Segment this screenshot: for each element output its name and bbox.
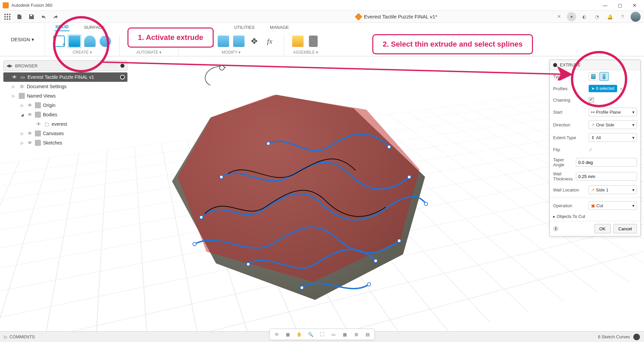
create-group-label[interactable]: CREATE ▾ (72, 50, 92, 56)
help-icon[interactable]: ? (618, 12, 627, 21)
expand-icon[interactable]: ◢ (5, 75, 10, 79)
tree-item-origin[interactable]: ▷ 👁 Origin (3, 101, 127, 110)
save-icon[interactable] (28, 13, 36, 21)
close-button[interactable]: ✕ (628, 1, 641, 10)
undo-icon[interactable] (40, 13, 48, 21)
document-tab[interactable]: Everest Tactile Puzzle FINAL v1* (356, 14, 437, 19)
taper-angle-input[interactable] (576, 158, 637, 167)
tree-item-bodies[interactable]: ◢ 👁 Bodies (3, 110, 127, 119)
apps-grid-icon[interactable] (3, 13, 11, 21)
file-menu-icon[interactable] (15, 13, 23, 21)
extent-type-dropdown[interactable]: ⇕All▾ (589, 133, 637, 142)
visibility-icon[interactable]: 👁 (28, 131, 33, 136)
sweep-button[interactable] (98, 34, 112, 48)
new-tab-button[interactable]: + (567, 12, 576, 21)
start-dropdown[interactable]: ↦Profile Plane▾ (589, 108, 637, 116)
extrude-button[interactable] (67, 34, 82, 48)
redo-icon[interactable] (52, 13, 60, 21)
sketch-splines[interactable] (161, 76, 436, 304)
job-status-icon[interactable]: ◔ (592, 12, 602, 21)
objects-to-cut-section[interactable]: ▸ Objects To Cut (550, 212, 640, 221)
joint-button[interactable] (306, 34, 320, 48)
visibility-icon[interactable]: 👁 (28, 140, 33, 146)
look-at-icon[interactable]: ▦ (284, 331, 291, 338)
browser-header[interactable]: ◀▶ BROWSER (3, 60, 127, 71)
tree-item-everest-body[interactable]: ▷ 👁 ▢ everest (3, 119, 127, 129)
minimize-button[interactable]: — (598, 1, 612, 10)
tab-solid[interactable]: SOLID (55, 23, 69, 31)
cancel-button[interactable]: Cancel (613, 224, 637, 233)
tab-surface[interactable]: SURFACE (84, 23, 105, 31)
ok-button[interactable]: OK (594, 224, 611, 233)
wall-location-dropdown[interactable]: ↗Side 1▾ (589, 185, 637, 194)
tab-utilities[interactable]: UTILITIES (233, 23, 255, 31)
expand-icon[interactable]: ▷ (21, 141, 25, 145)
extensions-icon[interactable]: ◐ (580, 12, 589, 21)
combine-button[interactable] (232, 34, 246, 48)
tree-item-document-settings[interactable]: ▷ ⚙ Document Settings (3, 82, 127, 91)
orbit-indicator[interactable] (203, 63, 234, 90)
new-component-button[interactable] (291, 34, 305, 48)
parameters-button[interactable]: fx (263, 34, 277, 48)
visibility-icon[interactable]: 👁 (28, 103, 33, 108)
expand-icon[interactable]: ◢ (21, 113, 25, 117)
type-solid-button[interactable] (589, 72, 598, 81)
profiles-selection-chip[interactable]: ➤ 6 selected (589, 85, 617, 92)
type-thin-button[interactable] (599, 72, 609, 81)
model-terrain[interactable] (161, 76, 436, 304)
pan-icon[interactable]: ✋ (296, 331, 303, 338)
visibility-icon[interactable]: 👁 (36, 121, 42, 127)
expand-icon[interactable]: ▷ (21, 131, 25, 136)
visibility-icon[interactable]: 👁 (28, 112, 33, 117)
visibility-icon[interactable]: 👁 (12, 74, 17, 80)
assemble-group-label[interactable]: ASSEMBLE ▾ (293, 50, 318, 56)
user-avatar[interactable] (631, 12, 641, 22)
tree-item-canvases[interactable]: ▷ 👁 Canvases (3, 129, 127, 138)
chaining-checkbox[interactable] (589, 97, 594, 103)
annotation-step1: 1. Activate extrude (127, 27, 214, 48)
side-icon: ↗ (591, 187, 595, 192)
expand-icon[interactable]: ▷ (21, 103, 25, 108)
expand-icon[interactable]: ▷ (12, 94, 17, 98)
flip-button[interactable]: ⤢ (589, 147, 592, 152)
tree-root[interactable]: ◢ 👁 ▭ Everest Tactile Puzzle FINAL v1 (3, 72, 127, 82)
svg-point-19 (387, 145, 391, 149)
modify-group-label[interactable]: MODIFY ▾ (222, 50, 240, 56)
maximize-button[interactable]: ▢ (613, 1, 627, 10)
automate-group-label[interactable]: AUTOMATE ▾ (137, 50, 162, 56)
display-settings-icon[interactable]: ▭ (330, 331, 337, 338)
move-button[interactable]: ✥ (247, 34, 261, 48)
wall-location-label: Wall Location (553, 187, 589, 192)
viewports-icon[interactable]: ▤ (364, 331, 371, 338)
tree-item-named-views[interactable]: ▷ Named Views (3, 91, 127, 101)
fit-icon[interactable]: ⛶ (319, 331, 325, 338)
document-close-button[interactable]: × (555, 13, 563, 20)
expand-icon[interactable]: ▷ (12, 84, 17, 89)
create-sketch-button[interactable] (52, 34, 66, 48)
workspace-selector[interactable]: DESIGN ▾ (0, 23, 45, 56)
operation-dropdown[interactable]: ▣Cut▾ (589, 201, 637, 210)
direction-dropdown[interactable]: ↗One Side▾ (589, 120, 637, 129)
collapse-icon[interactable] (553, 63, 557, 67)
extrude-dialog-header[interactable]: EXTRUDE (550, 60, 640, 70)
shell-button[interactable] (216, 34, 230, 48)
snap-icon[interactable]: ⊞ (353, 331, 360, 338)
settings-icon[interactable] (633, 334, 640, 340)
notifications-icon[interactable]: 🔔 (605, 12, 614, 21)
terrain-body (161, 76, 436, 304)
ribbon: DESIGN ▾ SOLID SURFACE UTILITIES MANAGE … (0, 23, 644, 56)
browser-options-icon[interactable] (120, 64, 124, 68)
zoom-icon[interactable]: 🔍 (307, 331, 314, 338)
revolve-button[interactable] (83, 34, 97, 48)
document-icon (355, 13, 363, 20)
activate-radio[interactable] (120, 75, 125, 79)
orbit-icon[interactable]: ⟲ (273, 331, 280, 338)
comments-toggle[interactable]: ▷ COMMENTS (4, 334, 35, 339)
clear-selection-button[interactable]: × (619, 86, 624, 92)
grid-settings-icon[interactable]: ▦ (341, 331, 348, 338)
tab-manage[interactable]: MANAGE (269, 23, 289, 31)
info-icon[interactable]: i (553, 226, 558, 231)
tree-item-sketches[interactable]: ▷ 👁 Sketches (3, 138, 127, 148)
wall-thickness-input[interactable] (576, 172, 637, 181)
folder-icon (19, 93, 25, 99)
